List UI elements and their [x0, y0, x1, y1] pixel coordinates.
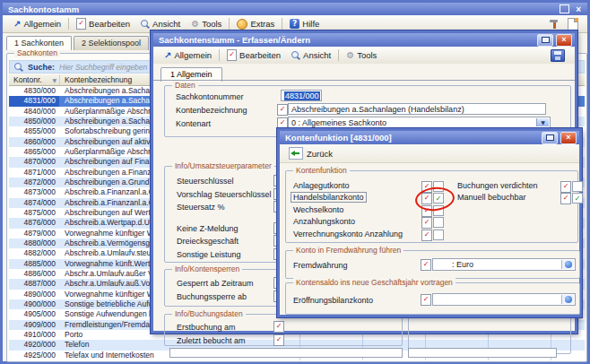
- menu-tools[interactable]: Tools: [341, 49, 382, 61]
- edit-page-icon: [227, 49, 237, 61]
- menu-hilfe[interactable]: ?Hilfe: [284, 18, 325, 30]
- account-number: 4885/000: [9, 259, 59, 269]
- account-number: 4920/000: [9, 340, 59, 350]
- fremdwaehrung-group: Konto in Fremdwährung führen Fremdwährun…: [285, 250, 580, 279]
- account-number: 4871/000: [9, 168, 59, 178]
- info-label: Steuersatz %: [177, 203, 225, 212]
- dropdown-sphere-icon[interactable]: [561, 260, 574, 269]
- account-number: 4886/000: [9, 269, 59, 279]
- info-label: Steuerschlüssel: [177, 177, 234, 186]
- magnifier-icon: [141, 20, 150, 29]
- account-number: 4855/000: [9, 126, 59, 136]
- kontenfunktion-window: Kontenfunktion [4831/000] × Zurück Konte…: [277, 128, 582, 317]
- option-label: Anlagegutkonto: [293, 181, 350, 190]
- save-icon[interactable]: [551, 49, 565, 62]
- daten-group-label: Daten: [172, 81, 198, 90]
- dropdown-arrow-icon[interactable]: [536, 118, 549, 126]
- account-number: 4872/000: [9, 178, 59, 187]
- option-label: Manuell bebuchbar: [457, 193, 526, 202]
- account-number: 4865/000: [9, 147, 59, 157]
- saldo-group-label: Kontensaldo ins neue Geschäftsjahr vortr…: [293, 278, 456, 287]
- sachkontonummer-field[interactable]: 4831/000: [281, 90, 322, 101]
- extras-icon: [237, 19, 247, 30]
- note-check-icon[interactable]: [273, 321, 284, 333]
- checkbox[interactable]: [572, 181, 583, 192]
- menu-bearbeiten[interactable]: Bearbeiten: [71, 17, 135, 30]
- info-label: Zuletzt bebucht am: [177, 336, 246, 345]
- umsatzsteuer-group-label: Info/Umsatzsteuerparameter: [172, 161, 274, 170]
- gear-icon: [346, 51, 354, 60]
- kontenart-combobox[interactable]: 0 : Allgemeines Sachkonto: [288, 117, 551, 128]
- option-row: Verrechnungskonto Anzahlung: [286, 230, 577, 241]
- menu-allgemein[interactable]: ↗Allgemein: [159, 49, 217, 61]
- note-check-icon[interactable]: [421, 230, 432, 241]
- close-icon[interactable]: ×: [560, 132, 577, 144]
- account-number: 4900/000: [9, 299, 59, 309]
- info-label: Gesperrt ab Zeitraum: [177, 279, 254, 288]
- back-arrow-icon: [289, 147, 303, 160]
- dropdown-sphere-icon[interactable]: [561, 295, 574, 304]
- checkbox[interactable]: [433, 217, 444, 228]
- hammer-icon[interactable]: [549, 19, 560, 30]
- menu-bearbeiten[interactable]: Bearbeiten: [221, 48, 286, 62]
- kontenbezeichnung-label: Kontenbezeichnung: [176, 106, 247, 115]
- menu-allgemein[interactable]: ↗Allgemein: [8, 18, 66, 30]
- erfassen-titlebar: Sachkontenstamm - Erfassen/Ändern ×: [153, 33, 575, 47]
- note-check-icon[interactable]: [560, 181, 571, 193]
- kontenfunktion-titlebar: Kontenfunktion [4831/000] ×: [280, 131, 579, 144]
- account-number: 4874/000: [9, 198, 59, 208]
- close-icon[interactable]: ×: [556, 34, 572, 47]
- fremdwaehrung-combobox[interactable]: : Euro: [432, 258, 576, 271]
- note-check-icon[interactable]: [273, 334, 284, 346]
- option-label: Handelsbilanzkonto: [291, 192, 367, 203]
- restore-icon[interactable]: [560, 4, 569, 13]
- info-label: Dreiecksgeschäft: [177, 237, 239, 246]
- option-row: Anzahlungskonto: [286, 217, 577, 229]
- eroeffnungsbilanzkonto-combobox[interactable]: [432, 293, 576, 306]
- account-number: 4887/000: [9, 279, 59, 289]
- close-icon[interactable]: ×: [576, 4, 581, 14]
- note-check-icon[interactable]: [421, 294, 431, 306]
- fremdwaehrung-label: Fremdwährung: [293, 261, 348, 270]
- account-number: 4882/000: [9, 248, 59, 258]
- account-number: 4909/000: [9, 320, 59, 330]
- zurueck-button[interactable]: Zurück: [284, 146, 337, 160]
- edit-page-icon: [76, 18, 86, 30]
- menu-ansicht[interactable]: Ansicht: [135, 18, 186, 30]
- col-kontonr[interactable]: Kontonr.: [9, 74, 59, 85]
- note-check-icon[interactable]: [421, 217, 432, 229]
- tab-sachkonten[interactable]: 1 Sachkonten: [6, 36, 72, 50]
- minimize-icon[interactable]: [537, 34, 553, 47]
- arrow-ne-icon: ↗: [13, 19, 21, 29]
- checkbox[interactable]: [433, 230, 444, 240]
- menu-ansicht[interactable]: Ansicht: [286, 49, 336, 61]
- note-check-icon[interactable]: [421, 259, 431, 271]
- kontenbezeichnung-field[interactable]: Abschreibungen a.Sachanlagen (Handelsbil…: [288, 103, 546, 115]
- info-label: Buchungssperre ab: [177, 292, 247, 301]
- menu-tools[interactable]: Tools: [186, 18, 227, 30]
- account-number: 4876/000: [9, 218, 59, 228]
- checkbox[interactable]: [572, 193, 583, 204]
- account-number: 4840/000: [9, 107, 59, 117]
- notiz-field[interactable]: [169, 348, 403, 358]
- kontenfunktion-group-label: Kontenfunktion: [293, 166, 350, 175]
- info-label: Sonstige Leistung: [177, 250, 241, 259]
- account-number: 4870/000: [9, 157, 59, 167]
- tab-selektionspool[interactable]: 2 Selektionspool: [74, 36, 149, 50]
- note-check-icon[interactable]: [277, 104, 288, 116]
- kontenfunktion-right-options: Buchungen verdichten Manuell bebuchbar: [457, 181, 574, 205]
- kontenfunktion-group: Kontenfunktion Anlagegutkonto Handelsbil…: [285, 170, 578, 243]
- notiz-field[interactable]: [408, 348, 557, 358]
- note-check-icon[interactable]: [560, 193, 571, 204]
- search-label: Suche:: [28, 63, 55, 72]
- kontenfunktion-window-title: Kontenfunktion [4831/000]: [285, 133, 392, 143]
- account-number: 4880/000: [9, 238, 59, 248]
- note-icon[interactable]: [568, 18, 578, 30]
- kontenfunktion-toolbar: Zurück: [280, 144, 579, 163]
- account-number: 4905/000: [9, 309, 59, 319]
- info-label: Vorschlag Steuerschlüssel: [177, 190, 272, 199]
- menu-extras[interactable]: Extras: [231, 18, 280, 30]
- account-number: 4910/000: [9, 330, 59, 340]
- info-label: Keine Z-Meldung: [177, 224, 239, 233]
- minimize-icon[interactable]: [542, 132, 558, 144]
